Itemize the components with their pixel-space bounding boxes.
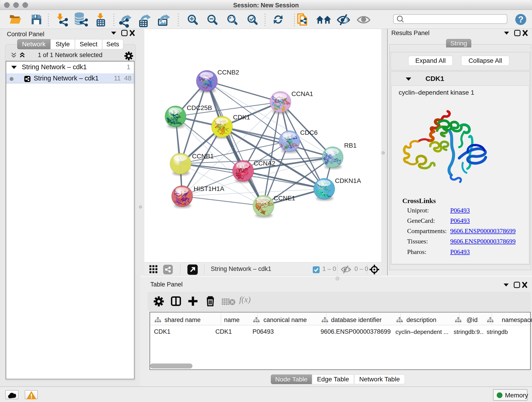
svg-text:CDK1: CDK1 [233,114,250,121]
svg-text:CCNB1: CCNB1 [192,153,214,160]
svg-text:CCNE1: CCNE1 [273,195,295,202]
svg-text:CDKN1A: CDKN1A [335,177,361,184]
svg-text:RB1: RB1 [344,142,356,149]
svg-text:HIST1H1A: HIST1H1A [194,185,224,192]
svg-text:CCNB2: CCNB2 [217,69,239,76]
svg-text:CDC6: CDC6 [300,129,317,136]
svg-text:CCNA2: CCNA2 [254,160,275,167]
svg-text:CDC25B: CDC25B [187,104,212,111]
svg-text:CCNA1: CCNA1 [291,90,313,97]
svg-text:?: ? [518,15,523,24]
